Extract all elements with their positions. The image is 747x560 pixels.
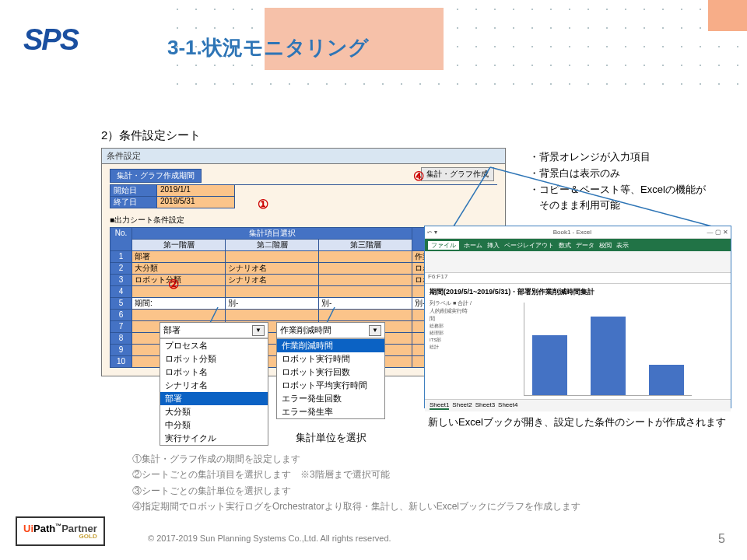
dropdown-option[interactable]: 大分類 — [160, 405, 268, 418]
dropdown-option[interactable]: エラー発生回数 — [277, 392, 384, 405]
start-date-value[interactable]: 2019/1/1 — [157, 185, 235, 197]
bar-chart — [524, 303, 692, 396]
marker-2: ② — [168, 277, 179, 292]
chart-legend: 列ラベル ■ 合計 / 人的削減実行時間 — [430, 299, 472, 323]
row-no: 2 — [110, 263, 132, 275]
end-date-label: 終了日 — [110, 197, 157, 208]
excel-qa-icons: ⤺ ▾ — [427, 229, 437, 236]
cell[interactable]: シナリオ名 — [226, 263, 319, 275]
dropdown-selected: 作業削減時間 — [280, 324, 331, 336]
start-date-label: 開始日 — [110, 185, 157, 197]
cell[interactable]: 部署 — [132, 251, 226, 263]
legend-notes: ・背景オレンジが入力項目 ・背景白は表示のみ ・コピー＆ペースト等、Excelの… — [529, 149, 706, 214]
marker-4: ④ — [413, 169, 424, 184]
row-no: 10 — [110, 356, 132, 368]
cell: 別- — [319, 298, 412, 310]
excel-menu[interactable]: ページレイアウト — [504, 241, 554, 250]
dropdown-option[interactable]: ロボット分類 — [160, 352, 268, 366]
dropdown-option[interactable]: ロボット名 — [160, 366, 268, 379]
dropdown-option[interactable]: 作業削減時間 — [277, 339, 384, 352]
excel-menu[interactable]: 数式 — [559, 241, 571, 250]
dropdown2-caption: 集計単位を選択 — [276, 431, 385, 445]
pivot-row: ITS部 — [430, 337, 472, 344]
cell[interactable] — [132, 310, 226, 321]
cell[interactable] — [319, 263, 412, 275]
dropdown-aggregate-item[interactable]: 部署 ▼ プロセス名ロボット分類ロボット名シナリオ名部署大分類中分類実行サイクル — [160, 322, 268, 446]
sheet-tab[interactable]: Sheet3 — [475, 401, 495, 410]
excel-book-title: Book1 - Excel — [553, 229, 591, 236]
chart-bar — [649, 365, 684, 395]
cell[interactable]: シナリオ名 — [226, 275, 319, 286]
excel-file-tab[interactable]: ファイル — [428, 241, 459, 250]
end-date-value[interactable]: 2019/5/31 — [157, 197, 235, 208]
cell[interactable]: 大分類 — [132, 263, 226, 275]
excel-sheet-tabs: Sheet1 Sheet2 Sheet3 Sheet4 — [425, 399, 731, 411]
copyright: © 2017-2019 Sun Planning Systems Co.,Ltd… — [148, 534, 391, 543]
cell[interactable] — [319, 251, 412, 263]
excel-caption: 新しいExcelブックが開き、設定した条件のシートが作成されます — [428, 415, 731, 429]
subcol-2: 第二階層 — [226, 240, 319, 251]
row-no: 4 — [110, 286, 132, 298]
dropdown-option[interactable]: 部署 — [160, 392, 268, 405]
page-number: 5 — [718, 532, 725, 546]
chevron-down-icon[interactable]: ▼ — [252, 325, 265, 336]
pivot-row: 総務部 — [430, 323, 472, 330]
legend-line: そのまま利用可能 — [529, 198, 706, 214]
dropdown-option[interactable]: 実行サイクル — [160, 432, 268, 445]
legend-line: ・背景オレンジが入力項目 — [529, 149, 706, 166]
sheet-caption: 条件設定 — [102, 149, 505, 164]
chart-bar — [532, 335, 567, 395]
dropdown-option[interactable]: 中分類 — [160, 418, 268, 432]
create-chart-button[interactable]: 集計・グラフ作成 — [421, 167, 494, 181]
subcol-1: 第一階層 — [132, 240, 226, 251]
sheet-tab[interactable]: Sheet2 — [452, 401, 472, 410]
legend-line: ・コピー＆ペースト等、Excelの機能が — [529, 182, 706, 198]
note-1: ①集計・グラフ作成の期間を設定します — [132, 451, 580, 467]
subcol-3: 第三階層 — [319, 240, 412, 251]
chevron-down-icon[interactable]: ▼ — [369, 325, 381, 336]
row-no: 7 — [110, 321, 132, 333]
row-no: 1 — [110, 251, 132, 263]
page-title: 3-1.状況モニタリング — [167, 34, 369, 61]
cell: 期間: — [132, 298, 226, 310]
dropdown-option[interactable]: プロセス名 — [160, 339, 268, 352]
note-4: ④指定期間でロボット実行ログをOrchestratorより取得・集計し、新しいE… — [132, 499, 580, 514]
uipath-partner-logo: UiPath™Partner GOLD — [16, 516, 105, 546]
excel-menu[interactable]: 校閲 — [599, 241, 612, 250]
cell[interactable] — [226, 310, 319, 321]
sheet-tab[interactable]: Sheet4 — [498, 401, 517, 410]
dropdown-option[interactable]: ロボット実行回数 — [277, 366, 384, 379]
row-no: 6 — [110, 310, 132, 321]
dropdown-option[interactable]: エラー発生率 — [277, 405, 384, 418]
pivot-row: 総計 — [430, 344, 472, 351]
chart-bar — [591, 317, 626, 395]
cell[interactable] — [226, 251, 319, 263]
cell[interactable] — [226, 286, 319, 298]
excel-menu[interactable]: ホーム — [464, 241, 482, 250]
note-2: ②シートごとの集計項目を選択します ※3階層まで選択可能 — [132, 467, 580, 482]
cell: 別- — [226, 298, 319, 310]
dropdown-selected: 部署 — [163, 324, 181, 336]
dropdown-option[interactable]: シナリオ名 — [160, 379, 268, 392]
dropdown-option[interactable]: ロボット実行時間 — [277, 352, 384, 366]
cell[interactable] — [319, 310, 412, 321]
sheet-tab[interactable]: Sheet1 — [430, 401, 449, 410]
excel-menu[interactable]: 表示 — [616, 241, 629, 250]
chart-title: 期間(2019/5/1~2019/5/31)・部署別作業削減時間集計 — [430, 287, 726, 297]
dropdown-option[interactable]: ロボット平均実行時間 — [277, 379, 384, 392]
row-no: 5 — [110, 298, 132, 310]
excel-toolbar — [425, 251, 731, 273]
dropdown-aggregate-unit[interactable]: 作業削減時間 ▼ 作業削減時間ロボット実行時間ロボット実行回数ロボット平均実行時… — [276, 322, 385, 419]
excel-menu[interactable]: 挿入 — [487, 241, 500, 250]
window-controls: — ▢ ✕ — [707, 229, 728, 236]
corner-accent — [708, 0, 747, 31]
cell[interactable] — [132, 286, 226, 298]
cell[interactable] — [319, 286, 412, 298]
marker-1: ① — [258, 197, 268, 212]
section-heading: 2）条件設定シート — [101, 128, 201, 143]
excel-ribbon: ファイル ホーム 挿入 ページレイアウト 数式 データ 校閲 表示 — [425, 239, 731, 251]
cell[interactable] — [319, 275, 412, 286]
excel-menu[interactable]: データ — [576, 241, 594, 250]
period-grid: 開始日 2019/1/1 終了日 2019/5/31 — [110, 184, 497, 208]
cell[interactable]: ロボット分類 — [132, 275, 226, 286]
